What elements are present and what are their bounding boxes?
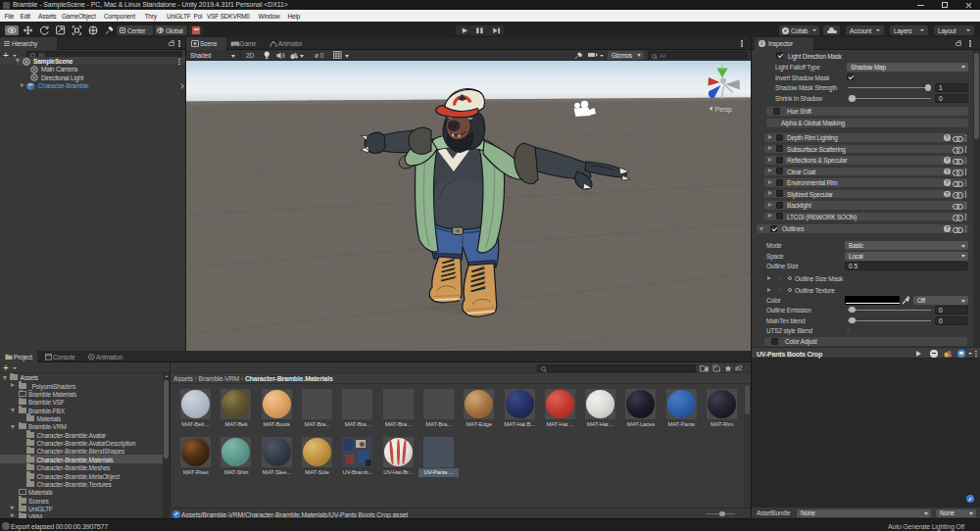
svg-text:Persp: Persp bbox=[715, 106, 733, 114]
